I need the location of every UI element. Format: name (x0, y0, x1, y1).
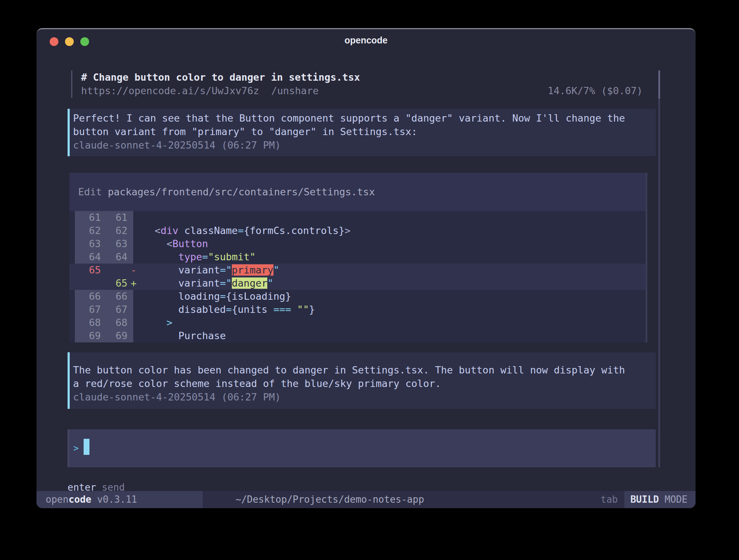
diff-row: 6464 type="submit" (69, 250, 647, 264)
app-version-segment: opencode v0.3.11 (37, 491, 203, 508)
code-line (143, 211, 647, 224)
code-token: {units (232, 304, 273, 315)
chat-scrollbar-thumb[interactable] (658, 70, 660, 99)
code-token: div (161, 225, 179, 236)
code-token (143, 251, 179, 262)
token-cost-stats: 14.6K/7% ($0.07) (548, 84, 643, 97)
app-name-code: code (69, 494, 92, 505)
code-token: = (226, 304, 232, 315)
mode-name: BUILD (630, 494, 659, 505)
code-token: variant (179, 264, 220, 276)
code-token: {isLoading} (226, 291, 291, 302)
code-token: loading (179, 291, 220, 302)
code-line: loading={isLoading} (143, 290, 647, 303)
tab-keybind-hint: tab (601, 491, 618, 508)
line-number-new: 64 (107, 250, 133, 264)
edit-tool-card: Edit packages/frontend/src/containers/Se… (69, 173, 647, 342)
line-number-old: 66 (75, 290, 107, 303)
line-number-new: 61 (107, 211, 133, 224)
line-number-old: 62 (75, 224, 107, 237)
status-bar: opencode v0.3.11 ~/Desktop/Projects/demo… (37, 491, 696, 508)
removed-marker: - (129, 264, 138, 277)
line-number-old (75, 277, 107, 290)
window-title: opencode (37, 35, 696, 46)
code-token (143, 304, 179, 315)
code-token: " (267, 277, 273, 289)
code-line: > (143, 316, 647, 329)
code-token (143, 238, 166, 249)
code-line: type="submit" (143, 250, 647, 264)
code-token (143, 277, 179, 289)
line-number-old: 69 (75, 329, 107, 342)
text-cursor (84, 439, 89, 455)
code-token: > (166, 317, 172, 328)
diff-row: 65- variant="primary" (69, 264, 647, 277)
prompt-input[interactable]: > (68, 429, 656, 467)
assistant-message: The button color has been changed to dan… (68, 352, 656, 409)
session-title: # Change button color to danger in setti… (81, 70, 659, 84)
prompt-chevron-icon: > (73, 441, 79, 456)
code-token (143, 291, 179, 302)
line-number-old: 61 (75, 211, 107, 224)
edit-file-path: packages/frontend/src/containers/Setting… (108, 186, 375, 197)
line-number-old: 68 (75, 316, 107, 329)
footer-hint-row: enter send Anthropic Claude Sonnet 4 (68, 467, 665, 481)
line-number-new: 63 (107, 237, 133, 250)
diff-scrollbar[interactable] (646, 173, 647, 342)
message-line: Perfect! I can see that the Button compo… (70, 111, 656, 125)
code-token: < (166, 238, 172, 249)
unshare-command[interactable]: /unshare (271, 85, 319, 96)
session-header: # Change button color to danger in setti… (71, 70, 659, 98)
changed-token: danger (232, 277, 268, 289)
working-directory: ~/Desktop/Projects/demo-notes-app (236, 491, 424, 508)
code-line: variant="primary" (143, 264, 647, 277)
window-titlebar: opencode (37, 29, 696, 52)
code-line: disabled={units === ""} (143, 303, 647, 316)
code-token: = (220, 291, 226, 302)
code-token: = (202, 251, 208, 262)
code-line: <div className={formCs.controls}> (143, 224, 647, 237)
code-token: =" (220, 277, 232, 289)
code-token: === (273, 304, 297, 315)
app-version: v0.3.11 (91, 494, 137, 505)
code-token (143, 264, 179, 276)
line-number-new: 66 (107, 290, 133, 303)
edit-tool-header: Edit packages/frontend/src/containers/Se… (69, 173, 647, 211)
code-token: < (155, 225, 161, 236)
diff-row: 6161 (69, 211, 647, 224)
diff-row: 6262 <div className={formCs.controls}> (69, 224, 647, 237)
line-number-old: 65 (75, 264, 107, 277)
message-line: The button color has been changed to dan… (70, 363, 656, 377)
assistant-message: Perfect! I can see that the Button compo… (68, 109, 656, 156)
diff-row: 6868 > (69, 316, 647, 329)
diff-view: 61616262 <div className={formCs.controls… (69, 211, 647, 342)
code-token: " (273, 264, 279, 276)
diff-row: 6666 loading={isLoading} (69, 290, 647, 303)
diff-row: 6969 Purchase (69, 329, 647, 342)
changed-token: primary (232, 264, 273, 276)
code-token: "" (297, 304, 309, 315)
share-url[interactable]: https://opencode.ai/s/UwJxv76z (81, 85, 259, 96)
code-token: {formCs.controls} (244, 225, 344, 236)
header-left-rule (71, 70, 72, 98)
line-number-old: 64 (75, 250, 107, 264)
message-meta: claude-sonnet-4-20250514 (06:27 PM) (70, 390, 656, 404)
mode-segment[interactable]: BUILD MODE (624, 491, 696, 508)
code-line: variant="danger" (143, 277, 647, 290)
code-token: = (238, 225, 244, 236)
code-token: type (179, 251, 202, 262)
line-number-new: 62 (107, 224, 133, 237)
code-token: > (345, 225, 351, 236)
line-number-old: 67 (75, 303, 107, 316)
code-token: Button (172, 238, 208, 249)
mode-suffix: MODE (659, 494, 688, 505)
message-meta: claude-sonnet-4-20250514 (06:27 PM) (70, 138, 656, 152)
chat-scrollbar-track[interactable] (658, 70, 660, 467)
line-number-new: 69 (107, 329, 133, 342)
line-number-new: 68 (107, 316, 133, 329)
code-line: <Button (143, 237, 647, 250)
diff-row: 6363 <Button (69, 237, 647, 250)
code-token: disabled (179, 304, 226, 315)
code-token: "submit" (208, 251, 256, 262)
diff-row: 6767 disabled={units === ""} (69, 303, 647, 316)
